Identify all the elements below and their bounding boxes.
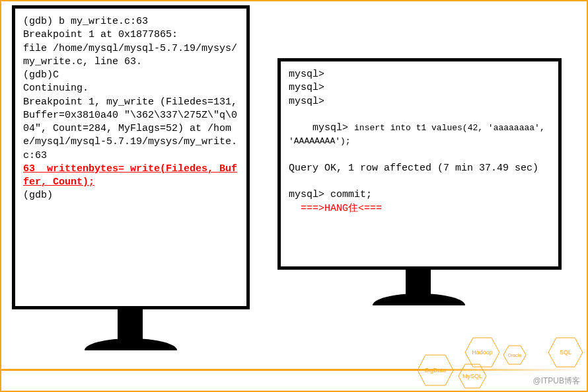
hex-mysql: MySQL xyxy=(457,363,488,389)
mysql-commit: mysql> commit; xyxy=(289,188,550,202)
gdb-line: Continuing. xyxy=(23,82,239,95)
hex-oracle: Oracle xyxy=(502,344,527,366)
gdb-line: file /home/mysql/mysql-5.7.19/mysys/my_w… xyxy=(23,42,239,69)
gdb-line: (gdb)C xyxy=(23,69,239,82)
gdb-terminal: (gdb) b my_write.c:63 Breakpoint 1 at 0x… xyxy=(12,5,250,309)
mysql-terminal: mysql> mysql> mysql> mysql> insert into … xyxy=(277,58,562,270)
gdb-line: Breakpoint 1, my_write (Filedes=131, Buf… xyxy=(23,96,239,163)
monitor-stand-neck xyxy=(118,309,143,341)
mysql-insert-line: mysql> insert into t1 values(42, 'aaaaaa… xyxy=(289,108,550,162)
footer-divider xyxy=(1,369,587,371)
mysql-result: Query OK, 1 row affected (7 min 37.49 se… xyxy=(289,162,550,175)
monitor-stand-base xyxy=(85,338,177,350)
mysql-prompt: mysql> xyxy=(289,68,550,81)
monitor-stand-neck xyxy=(406,270,431,296)
hang-indicator: ===>HANG住<=== xyxy=(289,202,550,216)
gdb-line: (gdb) b my_write.c:63 xyxy=(23,15,239,28)
hex-label: Hadoop xyxy=(472,349,493,356)
gdb-line: Breakpoint 1 at 0x1877865: xyxy=(23,28,239,42)
blank-line xyxy=(289,175,550,188)
hex-sql: SQL xyxy=(547,336,584,368)
hex-label: SQL xyxy=(560,349,571,356)
mysql-prompt: mysql> xyxy=(289,81,550,95)
hex-label: BigData xyxy=(425,367,446,373)
hex-label: MySQL xyxy=(462,373,482,379)
monitor-stand-base xyxy=(373,294,465,305)
gdb-line: (gdb) xyxy=(23,189,239,202)
mysql-prompt-prefix: mysql> xyxy=(312,122,354,134)
gdb-highlight-line: 63 writtenbytes= write(Filedes, Buffer, … xyxy=(23,163,239,190)
hex-label: Oracle xyxy=(508,353,522,358)
watermark: @ITPUB博客 xyxy=(533,375,580,387)
hex-bigdata: BigData xyxy=(416,354,455,387)
mysql-prompt: mysql> xyxy=(289,95,550,108)
